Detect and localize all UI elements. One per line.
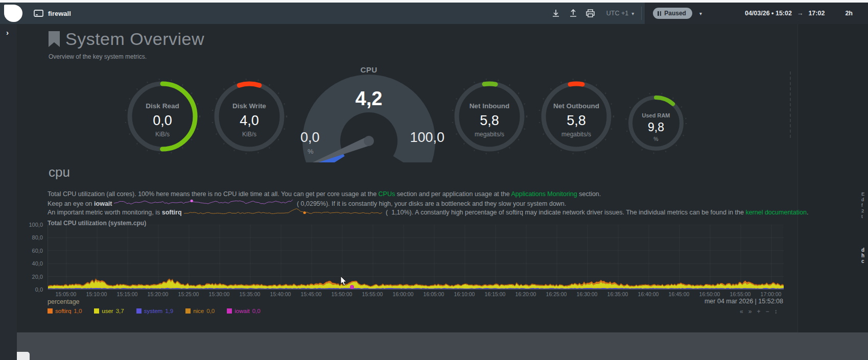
legend-name: softirq (55, 308, 71, 314)
x-tick: 16:35:00 (607, 291, 628, 297)
gauge-value: 5,8 (449, 113, 530, 129)
page-title: System Overview (65, 29, 204, 49)
link-kernel-documentation[interactable]: kernel documentation (745, 209, 807, 216)
timezone-label: UTC +1 (606, 10, 628, 17)
gauge-label: Used RAM (623, 112, 689, 118)
gauge-label: Disk Write (208, 102, 290, 110)
cpu-gauge-fan (292, 64, 445, 164)
time-start: 04/03/26 • 15:02 (745, 10, 792, 17)
text: Total CPU utilization (all cores). 100% … (48, 190, 379, 198)
legend-value: 3,7 (116, 308, 124, 314)
y-axis: 100,080,060,040,020,00,0 (24, 222, 45, 293)
gauge-value: 5,8 (535, 113, 617, 129)
duration-label: 2h (845, 10, 853, 17)
legend-item-system[interactable]: system1,9 (136, 308, 173, 314)
x-tick: 15:15:00 (117, 291, 138, 297)
browser-status-blob (17, 352, 30, 360)
legend-swatch (136, 308, 142, 314)
page-subtitle: Overview of the key system metrics. (49, 53, 147, 60)
gauge-unit: KiB/s (208, 131, 290, 138)
hostname-label: firewall (48, 10, 71, 17)
x-tick: 15:40:00 (270, 291, 291, 297)
legend-swatch (94, 308, 99, 314)
x-tick: 16:00:00 (393, 291, 414, 297)
link-cpus[interactable]: CPUs (379, 190, 395, 198)
pan-forward-icon[interactable]: » (748, 308, 752, 315)
legend-name: user (102, 308, 113, 314)
y-tick: 0,0 (35, 286, 43, 293)
sidebar-expand-chevron[interactable]: › (6, 28, 9, 37)
gauge-unit: megabits/s (449, 131, 530, 138)
mouse-cursor (340, 276, 348, 289)
y-tick: 100,0 (29, 222, 43, 228)
legend-value: 1,0 (74, 308, 82, 314)
download-button[interactable] (547, 6, 565, 21)
text: section and per application usage at the (395, 190, 511, 198)
y-tick: 80,0 (32, 234, 43, 241)
pause-button[interactable]: Paused (653, 8, 692, 19)
x-tick: 15:05:00 (56, 291, 77, 297)
legend-item-nice[interactable]: nice0,0 (185, 308, 215, 314)
x-tick: 15:50:00 (332, 291, 353, 297)
time-range-picker[interactable]: 04/03/26 • 15:02 → 17:02 (745, 10, 825, 17)
timezone-selector[interactable]: UTC +1 ▾ (606, 10, 634, 17)
x-tick: 15:45:00 (301, 291, 322, 297)
section-title-cpu: cpu (49, 164, 70, 180)
legend-name: system (144, 308, 162, 314)
gauge-label: Net Inbound (449, 102, 530, 110)
iowait-term: iowait (94, 200, 112, 207)
chart-legend: softirq1,0user3,7system1,9nice0,0iowait0… (48, 308, 261, 314)
legend-item-softirq[interactable]: softirq1,0 (48, 308, 82, 314)
legend-name: nice (193, 308, 204, 314)
x-tick: 15:25:00 (178, 291, 199, 297)
x-tick: 16:20:00 (515, 291, 536, 297)
x-tick: 16:55:00 (730, 291, 751, 297)
cpu-gauge-title: CPU (292, 65, 445, 74)
x-tick: 16:25:00 (546, 291, 567, 297)
legend-name: iowait (234, 308, 249, 314)
legend-item-user[interactable]: user3,7 (94, 308, 124, 314)
monitor-icon (34, 10, 43, 17)
chevron-down-icon: ▾ (631, 11, 634, 16)
chart-toolbox: «»+−↕ (740, 308, 786, 315)
gauge-unit: megabits/s (535, 131, 617, 138)
right-edge-truncated-text: dhc (861, 247, 867, 264)
gauge-used-ram: Used RAM 9,8 % (623, 90, 689, 156)
gauge-value: 0,0 (122, 113, 203, 129)
x-tick: 16:50:00 (699, 291, 720, 297)
gauge-net-inbound: Net Inbound 5,8 megabits/s (449, 76, 530, 157)
zoom-out-icon[interactable]: − (765, 308, 769, 315)
y-tick: 60,0 (32, 248, 43, 254)
x-axis: 15:05:0015:10:0015:15:0015:20:0015:25:00… (48, 291, 783, 298)
cpu-chart[interactable] (48, 225, 783, 290)
netdata-logo-icon[interactable] (4, 5, 22, 22)
legend-item-iowait[interactable]: iowait0,0 (227, 308, 260, 314)
pause-icon (658, 11, 661, 16)
x-tick: 15:35:00 (240, 291, 261, 297)
y-tick: 40,0 (32, 260, 43, 267)
print-button[interactable] (582, 6, 599, 21)
resize-icon[interactable]: ↕ (774, 308, 777, 315)
zoom-in-icon[interactable]: + (757, 308, 760, 315)
x-tick: 15:30:00 (209, 291, 230, 297)
pause-dropdown-chevron-icon[interactable]: ▾ (699, 11, 702, 16)
legend-value: 1,9 (165, 308, 173, 314)
softirq-term: softirq (162, 209, 182, 216)
x-tick: 15:20:00 (148, 291, 169, 297)
y-tick: 20,0 (32, 274, 43, 280)
gauge-cpu: CPU 4,2 0,0 100,0 % (292, 64, 445, 162)
time-end: 17:02 (808, 10, 825, 17)
x-tick: 16:05:00 (424, 291, 444, 297)
host-selector[interactable]: firewall (34, 10, 71, 17)
share-button[interactable] (565, 6, 582, 21)
x-tick: 16:40:00 (638, 291, 659, 297)
legend-swatch (227, 308, 232, 314)
link-applications-monitoring[interactable]: Applications Monitoring (511, 190, 577, 198)
time-panel: Paused ▾ 04/03/26 • 15:02 → 17:02 2h (645, 3, 868, 24)
softirq-sparkline (184, 207, 382, 218)
x-tick: 15:10:00 (86, 291, 107, 297)
x-tick: 16:30:00 (577, 291, 598, 297)
gauge-unit: % (623, 136, 689, 142)
chart-date-label: mer 04 mar 2026 | 15:52:08 (562, 298, 783, 305)
pan-backward-icon[interactable]: « (740, 308, 743, 315)
